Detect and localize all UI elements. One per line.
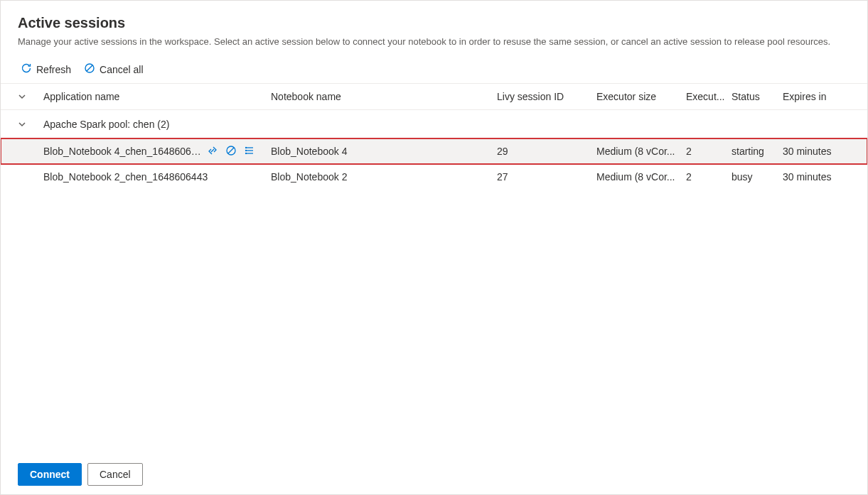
col-header-exec-size[interactable]: Executor size bbox=[596, 91, 686, 102]
cancel-button[interactable]: Cancel bbox=[87, 463, 143, 486]
group-label: Apache Spark pool: chen (2) bbox=[43, 119, 169, 130]
col-header-expires[interactable]: Expires in bbox=[783, 91, 854, 102]
cancel-session-icon[interactable] bbox=[225, 145, 237, 158]
col-header-livy[interactable]: Livy session ID bbox=[497, 91, 596, 102]
session-row[interactable]: Blob_Notebook 4_chen_16486065... Blob_No… bbox=[1, 138, 867, 164]
refresh-icon bbox=[21, 62, 32, 76]
col-header-status[interactable]: Status bbox=[732, 91, 783, 102]
cell-livy: 29 bbox=[497, 146, 596, 157]
expand-all-toggle[interactable] bbox=[1, 92, 43, 101]
svg-point-9 bbox=[246, 153, 247, 153]
cancel-all-button[interactable]: Cancel all bbox=[84, 61, 143, 77]
connect-icon[interactable] bbox=[207, 145, 218, 158]
connect-button[interactable]: Connect bbox=[18, 463, 82, 486]
session-row[interactable]: Blob_Notebook 2_chen_1648606443 Blob_Not… bbox=[1, 164, 867, 190]
svg-line-3 bbox=[228, 148, 234, 153]
svg-point-7 bbox=[246, 147, 247, 148]
group-expand-toggle[interactable] bbox=[1, 120, 43, 129]
cell-status: starting bbox=[732, 146, 783, 157]
col-header-notebook-name[interactable]: Notebook name bbox=[271, 91, 497, 102]
cancel-all-icon bbox=[84, 62, 95, 76]
panel-subtitle: Manage your active sessions in the works… bbox=[18, 36, 850, 48]
cell-livy: 27 bbox=[497, 171, 596, 183]
refresh-button[interactable]: Refresh bbox=[21, 61, 71, 77]
cell-exec-count: 2 bbox=[686, 146, 732, 157]
cell-exec-count: 2 bbox=[686, 171, 732, 183]
cell-status: busy bbox=[732, 171, 783, 183]
chevron-down-icon bbox=[18, 92, 26, 101]
group-row[interactable]: Apache Spark pool: chen (2) bbox=[1, 110, 867, 138]
cell-expires: 30 minutes bbox=[783, 171, 854, 183]
panel-header: Active sessions Manage your active sessi… bbox=[1, 1, 867, 55]
active-sessions-panel: Active sessions Manage your active sessi… bbox=[0, 0, 868, 495]
refresh-label: Refresh bbox=[36, 64, 71, 75]
view-details-icon[interactable] bbox=[244, 145, 255, 158]
panel-title: Active sessions bbox=[18, 15, 850, 31]
cell-exec-size: Medium (8 vCor... bbox=[596, 171, 686, 183]
cell-expires: 30 minutes bbox=[783, 146, 854, 157]
cell-exec-size: Medium (8 vCor... bbox=[596, 146, 686, 157]
cell-notebook-name: Blob_Notebook 2 bbox=[271, 171, 497, 183]
col-header-exec-count[interactable]: Execut... bbox=[686, 91, 732, 102]
panel-footer: Connect Cancel bbox=[1, 455, 867, 494]
col-header-app-name[interactable]: Application name bbox=[43, 91, 271, 102]
toolbar: Refresh Cancel all bbox=[1, 55, 867, 84]
cell-notebook-name: Blob_Notebook 4 bbox=[271, 146, 497, 157]
grid-header: Application name Notebook name Livy sess… bbox=[1, 84, 867, 110]
row-actions bbox=[207, 145, 264, 158]
svg-line-1 bbox=[87, 65, 92, 71]
cell-app-name: Blob_Notebook 2_chen_1648606443 bbox=[43, 171, 208, 183]
chevron-down-icon bbox=[18, 120, 26, 129]
sessions-grid: Application name Notebook name Livy sess… bbox=[1, 84, 867, 455]
cell-app-name: Blob_Notebook 4_chen_16486065... bbox=[43, 146, 203, 157]
cancel-all-label: Cancel all bbox=[100, 64, 143, 75]
svg-point-8 bbox=[246, 150, 247, 151]
